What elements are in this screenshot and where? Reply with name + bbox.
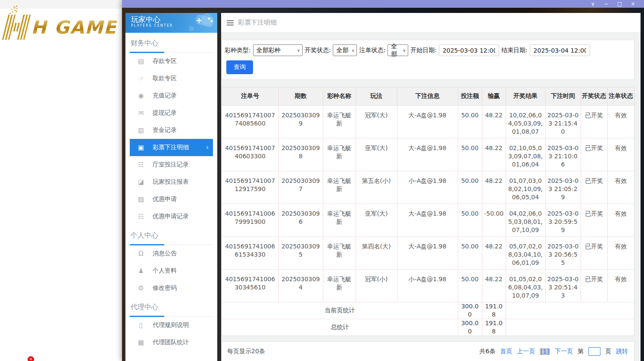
jump-button[interactable]: 跳转	[616, 348, 628, 355]
sidebar-menu: 财务中心▤存款专区☞取款专区◉充值记录✉提现记录▥资金记录▣彩票下注明细›☷厅室…	[125, 37, 217, 351]
table-cell: 已开奖	[581, 236, 607, 269]
sidebar-item-label: 取款专区	[153, 75, 177, 82]
filter-panel: 彩种类型: 全部彩种 ∨ 开奖状态: 全部 ∨ 注单状态: 全部 ∨ 开始日期:…	[222, 40, 635, 80]
sidebar-item-withdrawal-records[interactable]: ✉提现记录	[130, 104, 213, 122]
summary-label: 当前页统计	[222, 302, 458, 319]
lottery-type-select[interactable]: 全部彩种 ∨	[253, 44, 303, 56]
app-window: ∨ − □ × 玩家中心 PLAYERS CENTER 财务中心▤存款专区☞取款…	[122, 0, 644, 361]
next-page-link[interactable]: 下一页	[555, 348, 573, 355]
table-cell: 大-A盘@1.98	[397, 138, 458, 171]
sidebar-item-label: 优惠申请	[153, 195, 177, 203]
table-cell: 亚军(大)	[356, 138, 397, 171]
table-cell: 有效	[607, 204, 634, 236]
sidebar-item-recharge-records[interactable]: ◉充值记录	[130, 87, 213, 104]
table-cell: 01,07,03,08,02,10,09,06,05,04	[506, 171, 545, 204]
table-cell: 冠军(大)	[356, 105, 397, 138]
close-badge-icon[interactable]: ✕	[28, 356, 34, 361]
window-titlebar: ∨ − □ ×	[122, 0, 644, 8]
table-cell: 01,05,02,06,08,04,03,10,07,09	[506, 269, 545, 302]
column-header: 注单号	[222, 88, 278, 105]
sidebar-item-promo-apply[interactable]: ▨优惠申请	[130, 191, 213, 208]
game-controller-icon	[182, 13, 216, 33]
bell-icon: Ω	[137, 250, 145, 257]
jump-suffix-text: 页	[605, 348, 611, 355]
first-page-link[interactable]: 首页	[500, 348, 512, 355]
table-cell: 冠军(小)	[356, 269, 397, 302]
summary-row: 总统计300.00191.08	[222, 319, 634, 336]
sidebar-item-player-bet-report[interactable]: ◪玩家投注报表	[130, 173, 213, 191]
sidebar-item-lottery-bet-details[interactable]: ▣彩票下注明细›	[130, 139, 213, 156]
table-cell: 小-A盘@1.98	[397, 269, 458, 302]
table-row: 40156917410067999190020250303096幸运飞艇新亚军(…	[222, 204, 634, 236]
start-date-input[interactable]	[439, 44, 499, 56]
bets-table-container: 注单号期数彩种名称玩法下注信息投注额输赢开奖结果下注时间开奖状态注单状态 401…	[222, 87, 635, 336]
draw-status-select[interactable]: 全部 ∨	[333, 44, 357, 56]
chevron-down-icon: ∨	[403, 48, 406, 53]
table-cell: 50.00	[458, 171, 482, 204]
sidebar-header: 玩家中心 PLAYERS CENTER	[125, 13, 217, 33]
table-cell: 401569174100740603300	[222, 138, 278, 171]
sidebar-item-agent-team-stats[interactable]: ▦代理团队统计	[130, 334, 213, 351]
summary-row: 当前页统计300.00191.08	[222, 302, 634, 319]
page-size-text: 每页显示20条	[227, 348, 265, 355]
sidebar-item-funds-records[interactable]: ▥资金记录	[130, 122, 213, 139]
order-status-select[interactable]: 全部 ∨	[388, 44, 408, 56]
table-cell: 20250303094	[278, 269, 323, 302]
table-cell: 48.22	[482, 138, 506, 171]
table-cell: 有效	[607, 138, 634, 171]
table-cell: 48.22	[482, 171, 506, 204]
window-chevron-down-icon[interactable]: ∨	[586, 0, 600, 8]
sidebar-item-agent-rules[interactable]: ▯代理规则说明	[130, 317, 213, 334]
table-cell: 401569174100774085600	[222, 105, 278, 138]
table-cell: 2025-03-03 20:59:59	[545, 204, 581, 236]
summary-winloss-total: 191.08	[482, 302, 506, 319]
sidebar-item-deposit-zone[interactable]: ▤存款专区	[130, 53, 213, 70]
table-cell: 幸运飞艇新	[323, 138, 356, 171]
sidebar-item-promo-apply-records[interactable]: ☷优惠申请记录	[130, 208, 213, 225]
ledger-icon: ▣	[137, 144, 145, 151]
table-row: 40156917410066153433020250303095幸运飞艇新第四名…	[222, 236, 634, 269]
hamburger-menu-icon[interactable]	[227, 20, 234, 25]
sidebar-item-label: 代理规则说明	[153, 321, 189, 329]
table-cell: 20250303096	[278, 204, 323, 236]
sidebar-item-label: 个人资料	[153, 267, 177, 275]
bets-table: 注单号期数彩种名称玩法下注信息投注额输赢开奖结果下注时间开奖状态注单状态 401…	[222, 88, 634, 336]
list-icon: ☷	[137, 213, 145, 220]
sidebar-item-messages[interactable]: Ω消息公告	[130, 245, 213, 262]
end-date-input[interactable]	[530, 44, 590, 56]
moneybag-icon: ◉	[137, 92, 145, 100]
sidebar-item-withdraw-zone[interactable]: ☞取款专区	[130, 70, 213, 87]
window-minimize-icon[interactable]: −	[600, 0, 613, 8]
order-status-label: 注单状态:	[359, 47, 385, 54]
column-header: 注单状态	[607, 88, 634, 105]
pagination-bar: 每页显示20条 共6条 首页 上一页 [1] 下一页 第 页 跳转	[222, 341, 635, 361]
window-close-icon[interactable]: ×	[626, 0, 640, 8]
prev-page-link[interactable]: 上一页	[517, 348, 535, 355]
table-cell: 20250303099	[278, 105, 323, 138]
sidebar-item-profile[interactable]: ♟个人资料	[130, 262, 213, 279]
search-button[interactable]: 查询	[226, 60, 253, 74]
summary-empty-cell	[506, 302, 634, 319]
table-cell: 2025-03-03 21:05:29	[545, 171, 581, 204]
column-header: 下注时间	[545, 88, 581, 105]
summary-winloss-total: 191.08	[482, 319, 506, 336]
list-icon: ☷	[137, 161, 145, 169]
jump-page-input[interactable]	[588, 347, 600, 356]
table-cell: 有效	[607, 171, 634, 204]
sidebar-item-hall-bet-records[interactable]: ☷厅室投注记录	[130, 156, 213, 173]
wallet-icon: ▥	[137, 126, 145, 134]
current-page[interactable]: [1]	[540, 348, 550, 355]
coupon-icon: ▨	[137, 195, 145, 203]
envelope-icon: ✉	[137, 109, 145, 117]
window-maximize-icon[interactable]: □	[613, 0, 626, 8]
table-cell: 401569174100712917590	[222, 171, 278, 204]
table-cell: 幸运飞艇新	[323, 171, 356, 204]
sidebar-item-label: 修改密码	[153, 284, 177, 292]
sidebar-item-label: 充值记录	[153, 92, 177, 100]
sidebar-item-change-password[interactable]: ⚙修改密码	[130, 279, 213, 297]
table-cell: 已开奖	[581, 105, 607, 138]
summary-bet-total: 300.00	[458, 319, 482, 336]
draw-status-label: 开奖状态:	[305, 47, 331, 54]
table-row: 40156917410077408560020250303099幸运飞艇新冠军(…	[222, 105, 634, 138]
chevron-down-icon: ∨	[352, 48, 355, 53]
